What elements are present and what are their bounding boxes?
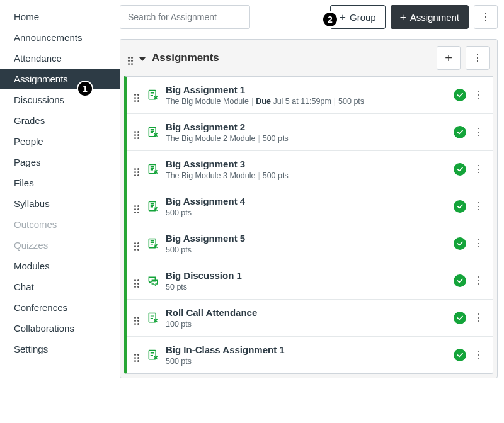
check-circle-icon xyxy=(454,349,466,361)
assignment-meta: 500 pts xyxy=(166,245,449,254)
assignment-title-link[interactable]: Big Assignment 1 xyxy=(166,84,449,95)
due-date: Jul 5 at 11:59pm xyxy=(273,97,331,106)
row-options-button[interactable]: ⋮ xyxy=(471,239,486,249)
published-status[interactable] xyxy=(454,89,466,101)
drag-handle-icon[interactable] xyxy=(130,88,143,102)
row-options-button[interactable]: ⋮ xyxy=(471,201,486,212)
add-group-button[interactable]: + Group xyxy=(330,5,386,29)
assignment-title-link[interactable]: Roll Call Attendance xyxy=(166,307,449,318)
assignment-title-link[interactable]: Big Assignment 2 xyxy=(166,121,449,132)
nav-item-outcomes[interactable]: Outcomes xyxy=(0,214,120,235)
assignment-info: Big Assignment 3The Big Module 3 Module|… xyxy=(166,159,449,180)
drag-handle-icon[interactable] xyxy=(128,51,138,65)
step-marker-1: 1 xyxy=(77,81,93,97)
nav-item-people[interactable]: People xyxy=(0,131,120,152)
nav-item-chat[interactable]: Chat xyxy=(0,276,120,297)
assignment-title-link[interactable]: Big In-Class Assignment 1 xyxy=(166,344,449,355)
check-circle-icon xyxy=(454,200,466,213)
points: 500 pts xyxy=(263,171,289,180)
row-options-button[interactable]: ⋮ xyxy=(471,313,486,323)
nav-item-announcements[interactable]: Announcements xyxy=(0,27,120,48)
assignment-meta: The Big Module 2 Module|500 pts xyxy=(166,134,449,143)
nav-item-syllabus[interactable]: Syllabus xyxy=(0,193,120,214)
drag-handle-icon[interactable] xyxy=(130,237,143,251)
points: 500 pts xyxy=(166,208,192,217)
assignment-row: Big Assignment 5500 pts⋮ xyxy=(127,225,493,262)
nav-item-files[interactable]: Files xyxy=(0,172,120,193)
assignment-row: Big Assignment 2The Big Module 2 Module|… xyxy=(127,114,493,151)
group-options-button[interactable]: ⋮ xyxy=(466,46,490,70)
assignment-icon xyxy=(147,200,159,213)
published-status[interactable] xyxy=(454,237,466,250)
published-status[interactable] xyxy=(454,200,466,213)
assignment-list: Big Assignment 1The Big Module Module|Du… xyxy=(124,76,493,374)
published-status[interactable] xyxy=(454,163,466,176)
discussion-icon xyxy=(147,274,159,287)
drag-handle-icon[interactable] xyxy=(130,200,143,213)
drag-handle-icon[interactable] xyxy=(130,274,143,288)
step-marker-2: 2 xyxy=(322,11,338,28)
assignment-title-link[interactable]: Big Assignment 5 xyxy=(166,233,449,244)
group-add-button[interactable]: + xyxy=(437,46,461,70)
points: 50 pts xyxy=(166,283,187,291)
assignment-info: Big Discussion 150 pts xyxy=(166,270,449,291)
row-options-button[interactable]: ⋮ xyxy=(471,164,486,174)
kebab-icon: ⋮ xyxy=(474,350,484,360)
check-circle-icon xyxy=(454,312,466,324)
drag-handle-icon[interactable] xyxy=(130,348,143,362)
assignment-info: Roll Call Attendance100 pts xyxy=(166,307,449,329)
add-assignment-button[interactable]: + Assignment xyxy=(391,5,469,29)
kebab-icon: ⋮ xyxy=(481,12,491,22)
nav-item-modules[interactable]: Modules xyxy=(0,256,120,276)
nav-item-quizzes[interactable]: Quizzes xyxy=(0,235,120,256)
kebab-icon: ⋮ xyxy=(474,276,484,286)
drag-handle-icon[interactable] xyxy=(130,125,143,139)
assignment-row: Big Discussion 150 pts⋮ xyxy=(127,262,493,300)
nav-item-collaborations[interactable]: Collaborations xyxy=(0,318,120,339)
assignment-title-link[interactable]: Big Discussion 1 xyxy=(166,270,449,281)
published-status[interactable] xyxy=(454,312,466,324)
nav-item-attendance[interactable]: Attendance xyxy=(0,48,120,69)
module-name: The Big Module 3 Module xyxy=(166,171,255,180)
assignment-row: Big Assignment 4500 pts⋮ xyxy=(127,188,493,225)
module-name: The Big Module Module xyxy=(166,97,249,106)
nav-item-settings[interactable]: Settings xyxy=(0,339,120,359)
assignment-meta: The Big Module Module|Due Jul 5 at 11:59… xyxy=(166,97,449,106)
main-area: + Group + Assignment ⋮ Assignments xyxy=(120,0,504,423)
assignment-icon xyxy=(147,349,159,361)
row-options-button[interactable]: ⋮ xyxy=(471,127,486,137)
assignment-title-link[interactable]: Big Assignment 4 xyxy=(166,196,449,206)
published-status[interactable] xyxy=(454,126,466,138)
nav-item-home[interactable]: Home xyxy=(0,6,120,27)
assignment-title-link[interactable]: Big Assignment 3 xyxy=(166,159,449,169)
nav-item-pages[interactable]: Pages xyxy=(0,152,120,172)
drag-handle-icon[interactable] xyxy=(130,311,143,325)
kebab-icon: ⋮ xyxy=(474,164,484,174)
row-options-button[interactable]: ⋮ xyxy=(471,90,486,100)
nav-item-grades[interactable]: Grades xyxy=(0,110,120,131)
module-name: The Big Module 2 Module xyxy=(166,134,255,143)
nav-item-assignments[interactable]: Assignments xyxy=(0,69,120,89)
caret-down-icon xyxy=(139,57,146,61)
points: 500 pts xyxy=(166,357,192,366)
drag-handle-icon[interactable] xyxy=(130,162,143,176)
assignment-row: Big Assignment 1The Big Module Module|Du… xyxy=(127,77,493,114)
toolbar-options-button[interactable]: ⋮ xyxy=(474,5,498,29)
group-title: Assignments xyxy=(152,52,219,64)
published-status[interactable] xyxy=(454,274,466,287)
check-circle-icon xyxy=(454,274,466,287)
nav-item-discussions[interactable]: Discussions xyxy=(0,89,120,110)
points: 500 pts xyxy=(166,245,192,254)
published-status[interactable] xyxy=(454,349,466,361)
points: 100 pts xyxy=(166,320,192,329)
search-input[interactable] xyxy=(120,5,250,29)
points: 500 pts xyxy=(338,97,364,106)
check-circle-icon xyxy=(454,89,466,101)
collapse-toggle[interactable] xyxy=(138,52,149,64)
row-options-button[interactable]: ⋮ xyxy=(471,350,486,360)
kebab-icon: ⋮ xyxy=(474,90,484,100)
nav-item-conferences[interactable]: Conferences xyxy=(0,297,120,318)
assignment-meta: 50 pts xyxy=(166,283,449,291)
row-options-button[interactable]: ⋮ xyxy=(471,276,486,286)
assignment-row: Big In-Class Assignment 1500 pts⋮ xyxy=(127,337,493,373)
